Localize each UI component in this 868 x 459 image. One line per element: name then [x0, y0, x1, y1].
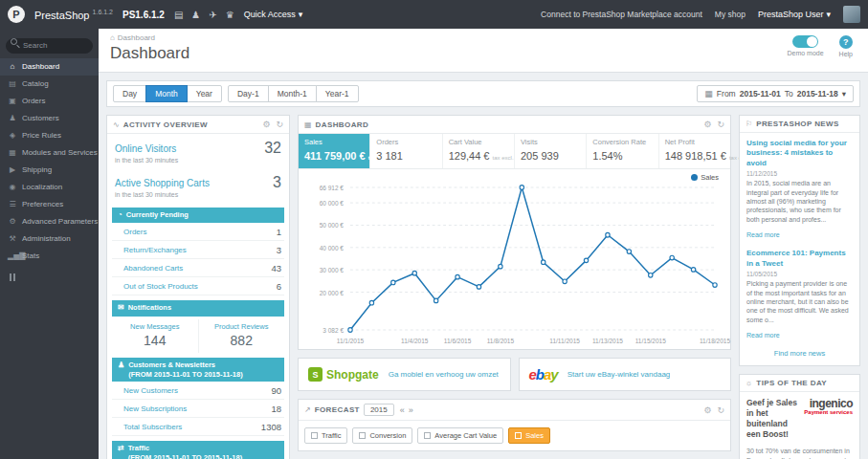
- forecast-conversion-toggle[interactable]: Conversion: [352, 427, 412, 444]
- new-messages-cell[interactable]: New Messages 144: [112, 319, 198, 353]
- help-label: Help: [839, 51, 853, 57]
- kpi-net-profit[interactable]: Net Profit 148 918,51 € tax excl.: [659, 134, 730, 168]
- refresh-icon[interactable]: ↻: [276, 120, 283, 129]
- article-title-link[interactable]: Ecommerce 101: Payments in a Tweet: [746, 249, 853, 269]
- demo-mode-label: Demo mode: [787, 50, 823, 56]
- chart-data-point[interactable]: [606, 232, 610, 237]
- refresh-icon[interactable]: ↻: [717, 120, 724, 129]
- sidebar-item-advanced-parameters[interactable]: ⚙ Advanced Parameters: [0, 213, 99, 230]
- help-icon[interactable]: ?: [839, 35, 853, 49]
- shop-name[interactable]: PS1.6.1.2: [122, 10, 165, 20]
- chart-data-point[interactable]: [456, 274, 459, 279]
- sidebar-item-preferences[interactable]: ☰ Preferences: [0, 196, 99, 213]
- forecast-year-select[interactable]: 2015: [364, 404, 394, 416]
- prev-year-icon[interactable]: «: [400, 405, 405, 415]
- chart-data-point[interactable]: [584, 258, 588, 263]
- demo-mode-toggle[interactable]: [792, 35, 818, 48]
- ingenico-logo[interactable]: ingenico Payment services: [804, 398, 853, 440]
- refresh-icon[interactable]: ↻: [717, 405, 724, 415]
- shopgate-link[interactable]: Ga mobiel en verhoog uw omzet: [389, 370, 499, 379]
- chart-data-point[interactable]: [499, 264, 502, 269]
- next-year-icon[interactable]: »: [409, 405, 413, 415]
- chart-data-point[interactable]: [713, 283, 717, 288]
- article-title-link[interactable]: Using social media for your business: 4 …: [746, 139, 853, 168]
- marketplace-connect-link[interactable]: Connect to PrestaShop Marketplace accoun…: [541, 10, 702, 19]
- date-range-picker[interactable]: ▦ From 2015-11-01 To 2015-11-18 ▾: [697, 85, 854, 102]
- abandoned-carts-row[interactable]: Abandoned Carts 43: [112, 259, 284, 277]
- chart-data-point[interactable]: [369, 300, 373, 305]
- orders-icon[interactable]: ▤: [174, 10, 183, 20]
- user-avatar[interactable]: [843, 6, 860, 23]
- kpi-conversion-rate[interactable]: Conversion Rate 1.54%: [587, 134, 658, 168]
- sidebar-item-dashboard[interactable]: ⌂ Dashboard: [0, 58, 99, 76]
- chart-data-point[interactable]: [542, 260, 545, 265]
- quick-access-menu[interactable]: Quick Access ▾: [244, 10, 303, 19]
- find-more-news-link[interactable]: Find more news: [746, 349, 853, 358]
- new-subscriptions-row[interactable]: New Subscriptions 18: [112, 400, 284, 418]
- range-month-minus-button[interactable]: Month-1: [268, 85, 317, 102]
- chart-data-point[interactable]: [412, 271, 416, 275]
- gear-icon[interactable]: ⚙: [703, 405, 711, 415]
- forecast-cart-value-toggle[interactable]: Average Cart Value: [417, 427, 503, 444]
- range-day-button[interactable]: Day: [113, 85, 146, 102]
- sidebar-item-shipping[interactable]: ▶ Shipping: [0, 162, 99, 179]
- chart-data-point[interactable]: [434, 298, 437, 303]
- sun-icon: ☼: [746, 379, 752, 387]
- range-year-button[interactable]: Year: [187, 85, 222, 102]
- pending-returns-row[interactable]: Return/Exchanges 3: [112, 241, 284, 259]
- traffic-header: ⇄ Traffic (FROM 2015-11-01 TO 2015-11-18…: [112, 441, 284, 459]
- product-reviews-cell[interactable]: Product Reviews 882: [198, 319, 285, 353]
- online-visitors-link[interactable]: Online Visitors: [115, 143, 176, 154]
- chart-data-point[interactable]: [563, 279, 567, 284]
- ebay-link[interactable]: Start uw eBay-winkel vandaag: [568, 370, 671, 379]
- range-year-minus-button[interactable]: Year-1: [316, 85, 359, 102]
- read-more-link[interactable]: Read more: [746, 231, 780, 238]
- total-subscribers-row[interactable]: Total Subscribers 1308: [112, 418, 284, 436]
- chart-data-point[interactable]: [391, 280, 395, 285]
- sidebar-item-label: Catalog: [22, 79, 49, 88]
- chart-data-point[interactable]: [348, 328, 352, 333]
- chart-legend[interactable]: Sales: [691, 173, 719, 182]
- read-more-link[interactable]: Read more: [746, 332, 780, 339]
- kpi-cart-value[interactable]: Cart Value 129,44 € tax excl.: [443, 134, 515, 168]
- user-menu[interactable]: PrestaShop User ▾: [758, 10, 831, 19]
- sidebar-item-localization[interactable]: ◉ Localization: [0, 179, 99, 196]
- achievements-icon[interactable]: ♛: [226, 10, 234, 20]
- forecast-sales-toggle[interactable]: Sales: [508, 427, 550, 444]
- sidebar-item-catalog[interactable]: ▤ Catalog: [0, 76, 99, 93]
- messages-icon[interactable]: ✈: [209, 10, 216, 20]
- my-shop-link[interactable]: My shop: [715, 10, 746, 19]
- sidebar-item-orders[interactable]: ▣ Orders: [0, 93, 99, 110]
- new-customers-row[interactable]: New Customers 90: [112, 382, 284, 400]
- gear-icon[interactable]: ⚙: [262, 120, 270, 129]
- ebay-logo[interactable]: ebay: [529, 366, 558, 382]
- customers-icon[interactable]: ♟: [191, 10, 200, 20]
- sales-chart-xlabels: 11/1/201511/4/201511/6/201511/8/201511/1…: [350, 335, 715, 347]
- range-month-button[interactable]: Month: [145, 85, 188, 102]
- out-of-stock-row[interactable]: Out of Stock Products 6: [112, 277, 284, 295]
- kpi-sales[interactable]: Sales 411 759,00 € tax excl.: [299, 134, 370, 168]
- forecast-traffic-toggle[interactable]: Traffic: [304, 427, 347, 444]
- sidebar-collapse-button[interactable]: [0, 265, 99, 290]
- kpi-orders[interactable]: Orders 3 181: [370, 134, 442, 168]
- chart-data-point[interactable]: [670, 255, 674, 260]
- sidebar-search: [6, 34, 93, 54]
- chart-data-point[interactable]: [520, 186, 523, 190]
- pending-orders-row[interactable]: Orders 1: [112, 223, 284, 241]
- sidebar-item-administration[interactable]: ⚒ Administration: [0, 230, 99, 248]
- sidebar-item-customers[interactable]: ♟ Customers: [0, 110, 99, 127]
- sidebar-item-stats[interactable]: ▂▅▇ Stats: [0, 248, 99, 265]
- gear-icon[interactable]: ⚙: [703, 120, 711, 129]
- sidebar-item-price-rules[interactable]: ◈ Price Rules: [0, 127, 99, 144]
- chart-data-point[interactable]: [627, 250, 631, 254]
- sales-chart: Sales 66 912 €60 000 €50 000 €40 000 €30…: [306, 173, 723, 347]
- chart-data-point[interactable]: [477, 285, 480, 290]
- shopgate-logo[interactable]: S Shopgate: [308, 367, 379, 382]
- active-carts-link[interactable]: Active Shopping Carts: [115, 178, 210, 188]
- chart-data-point[interactable]: [691, 268, 695, 273]
- range-day-minus-button[interactable]: Day-1: [228, 85, 269, 102]
- chart-data-point[interactable]: [649, 273, 653, 277]
- kpi-visits[interactable]: Visits 205 939: [515, 134, 587, 168]
- sidebar-item-modules[interactable]: ▦ Modules and Services: [0, 144, 99, 162]
- ebay-promo: ebay Start uw eBay-winkel vandaag: [519, 358, 732, 391]
